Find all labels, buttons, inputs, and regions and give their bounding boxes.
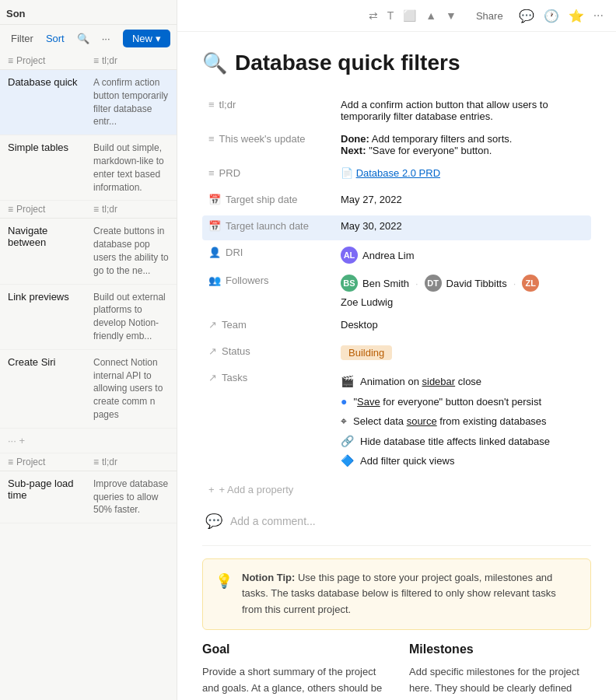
add-property-icon: + [208, 484, 215, 495]
status-badge[interactable]: Building [341, 345, 392, 360]
property-update-value: Done: Add temporary filters and sorts. N… [334, 128, 591, 161]
task-text-1: Animation on sidebar close [360, 374, 481, 390]
property-team-label: ↗ Team [202, 314, 334, 335]
task-text-3: Select data source from existing databas… [353, 414, 547, 429]
property-target-ship[interactable]: 📅 Target ship date May 27, 2022 [202, 189, 591, 214]
property-tasks-value: 🎬 Animation on sidebar close ● "Save for… [334, 367, 591, 476]
property-followers-label: 👥 Followers [202, 270, 334, 291]
row-desc-3: Create buttons in database pop users the… [86, 219, 177, 283]
property-prd-label: ≡ PRD [202, 163, 334, 184]
tasks-icon: ↗ [208, 372, 217, 383]
milestones-section: Milestones Add specific milestones for t… [409, 642, 591, 700]
status-icon: ↗ [208, 345, 217, 357]
dri-avatar-group: AL Andrea Lim [341, 247, 585, 264]
text-button[interactable]: T [383, 6, 398, 25]
task-text-2: "Save for everyone" button doesn't persi… [353, 394, 541, 410]
row-desc-5: Connect Notion internal API to allowing … [86, 350, 177, 428]
list-icon3: ≡ [208, 167, 215, 179]
property-team-value: Desktop [334, 314, 591, 335]
list-item[interactable]: Create Siri Connect Notion internal API … [0, 350, 177, 429]
filter-button[interactable]: Filter [6, 30, 38, 47]
search-button[interactable]: 🔍 [72, 30, 94, 47]
comment-placeholder[interactable]: Add a comment... [230, 515, 316, 527]
page-emoji: 🔍 [202, 51, 227, 75]
row-title-1: Database quick [0, 70, 86, 135]
property-dri-label: 👤 DRI [202, 242, 334, 263]
property-target-launch[interactable]: 📅 Target launch date May 30, 2022 [202, 215, 591, 240]
collapse-sidebar-button[interactable]: ⇄ [365, 6, 382, 25]
nav-up-button[interactable]: ▲ [422, 6, 440, 25]
goal-title: Goal [202, 642, 384, 656]
property-tldr[interactable]: ≡ tl;dr Add a confirm action button that… [202, 94, 591, 127]
follower3-avatar: ZL [522, 275, 539, 292]
divider [202, 545, 591, 546]
calendar-icon: 📅 [208, 194, 221, 205]
two-col-section: Goal Provide a short summary of the proj… [202, 642, 591, 700]
sidebar-top: Son [0, 0, 177, 25]
favorite-icon[interactable]: ⭐ [569, 9, 584, 23]
task-text-4: Hide database title affects linked datab… [360, 434, 550, 450]
property-update[interactable]: ≡ This week's update Done: Add temporary… [202, 128, 591, 161]
row-title-3: Navigate between [0, 219, 86, 283]
section-header-tldr: ≡tl;dr [86, 201, 177, 218]
animation-icon: 🎬 [341, 375, 354, 387]
property-prd-value: 📄 Database 2.0 PRD [334, 163, 591, 184]
new-button[interactable]: New ▾ [123, 30, 170, 47]
row-title-5: Create Siri [0, 350, 86, 428]
property-target-launch-value: May 30, 2022 [334, 215, 591, 236]
col-header-project: ≡Project [0, 52, 86, 69]
sidebar: Son Filter Sort 🔍 ··· New ▾ ≡Project ≡tl… [0, 0, 177, 700]
property-prd[interactable]: ≡ PRD 📄 Database 2.0 PRD [202, 163, 591, 187]
task-text-5: Add filter quick views [360, 453, 454, 469]
property-target-launch-label: 📅 Target launch date [202, 215, 334, 236]
sort-button[interactable]: Sort [41, 30, 69, 47]
list-item[interactable]: Database quick A confirm action button t… [0, 70, 177, 135]
people-icon: 👥 [208, 275, 221, 286]
property-followers-value: BS Ben Smith · DT David Tibbitts · ZL Zo… [334, 270, 591, 313]
follower1-avatar: BS [341, 275, 358, 292]
list-item[interactable]: Navigate between Create buttons in datab… [0, 219, 177, 284]
property-status[interactable]: ↗ Status Building [202, 341, 591, 366]
page-icon-button[interactable]: ⬜ [399, 6, 420, 25]
section-header-project: ≡Project [0, 201, 86, 218]
comment-circle-icon: 💬 [205, 513, 222, 530]
page-content: 🔍 Database quick filters ≡ tl;dr Add a c… [177, 32, 616, 700]
property-target-ship-value: May 27, 2022 [334, 189, 591, 210]
section-header-tldr2: ≡tl;dr [86, 453, 177, 471]
nav-down-button[interactable]: ▼ [442, 6, 460, 25]
sidebar-toolbar: Filter Sort 🔍 ··· New ▾ [0, 25, 177, 52]
page-title: Database quick filters [235, 51, 460, 75]
share-button[interactable]: Share [470, 7, 509, 25]
property-tasks[interactable]: ↗ Tasks 🎬 Animation on sidebar close ● "… [202, 367, 591, 476]
add-property-row[interactable]: + + Add a property [202, 479, 591, 500]
col-header-tldr: ≡tl;dr [86, 52, 177, 69]
property-dri[interactable]: 👤 DRI AL Andrea Lim [202, 242, 591, 268]
topbar: ⇄ T ⬜ ▲ ▼ Share 💬 🕐 ⭐ ··· [177, 0, 616, 32]
property-team[interactable]: ↗ Team Desktop [202, 314, 591, 339]
list-item[interactable]: Link previews Build out external platfor… [0, 285, 177, 350]
milestones-description: Add specific milestones for the project … [409, 664, 591, 700]
comment-row[interactable]: 💬 Add a comment... [202, 506, 591, 536]
list-item[interactable]: Simple tables Build out simple, markdown… [0, 135, 177, 201]
list-item[interactable]: Sub-page load time Improve database quer… [0, 471, 177, 523]
property-tasks-label: ↗ Tasks [202, 367, 334, 388]
task-item-1: 🎬 Animation on sidebar close [341, 372, 585, 392]
list-icon2: ≡ [208, 133, 215, 145]
property-dri-value: AL Andrea Lim [334, 242, 591, 268]
more-button[interactable]: ··· [97, 30, 115, 47]
prd-link[interactable]: Database 2.0 PRD [356, 167, 440, 179]
sidebar-table: Database quick A confirm action button t… [0, 70, 177, 700]
comment-icon[interactable]: 💬 [519, 9, 534, 23]
property-status-label: ↗ Status [202, 341, 334, 362]
history-icon[interactable]: 🕐 [544, 9, 559, 23]
row-title-6: Sub-page load time [0, 471, 86, 523]
section-header-project2: ≡Project [0, 453, 86, 471]
list-item[interactable]: ··· + [0, 429, 177, 453]
property-tldr-value: Add a confirm action button that allow u… [334, 94, 591, 127]
milestones-title: Milestones [409, 642, 591, 656]
task-item-4: 🔗 Hide database title affects linked dat… [341, 432, 585, 452]
more-options-icon[interactable]: ··· [593, 9, 604, 23]
property-update-label: ≡ This week's update [202, 128, 334, 149]
task-item-2: ● "Save for everyone" button doesn't per… [341, 392, 585, 412]
property-followers[interactable]: 👥 Followers BS Ben Smith · DT David Tibb… [202, 270, 591, 313]
